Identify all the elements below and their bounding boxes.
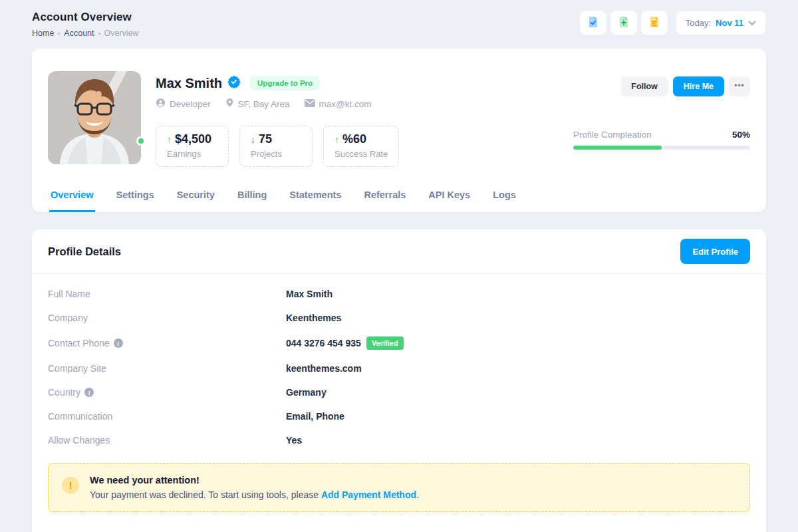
meta-email-label: max@kt.com [319,99,372,109]
progress-track [573,146,750,150]
attention-alert: ! We need your attention! Your payment w… [48,463,750,512]
profile-main: Max Smith Upgrade to Pro Developer SF, B… [141,71,573,167]
arrow-down-icon: ↓ [251,135,255,144]
meta-email[interactable]: max@kt.com [305,99,372,109]
arrow-up-icon: ↑ [167,135,172,144]
breadcrumb-separator-icon [58,33,60,35]
detail-value: Email, Phone [286,411,344,422]
alert-content: We need your attention! Your payment was… [90,475,419,500]
detail-row-company-site: Company Site keenthemes.com [48,356,750,380]
online-status-dot [136,136,146,146]
detail-row-full-name: Full Name Max Smith [48,282,750,306]
breadcrumb-overview: Overview [104,29,139,38]
detail-row-contact-phone: Contact Phone ! 044 3276 454 935 Verifie… [48,330,750,356]
page: Account Overview Home Account Overview [0,0,798,532]
breadcrumb-home[interactable]: Home [32,29,54,38]
detail-value: Keenthemes [286,313,341,323]
profile-details-card: Profile Details Edit Profile Full Name M… [32,229,766,532]
breadcrumb-account[interactable]: Account [64,29,94,38]
file-add-button[interactable] [610,11,637,35]
info-icon[interactable]: ! [84,388,94,397]
tab-logs[interactable]: Logs [491,187,517,212]
detail-label: Company Site [48,363,286,374]
envelope-icon [305,99,315,109]
meta-role[interactable]: Developer [156,98,211,110]
file-check-icon [587,15,600,31]
stat-success-rate-label: Success Rate [334,149,388,159]
stat-projects-label: Projects [251,149,301,159]
detail-value: 044 3276 454 935 Verified [286,336,404,350]
stats-row: ↑ $4,500 Earnings ↓ 75 Projects [156,126,573,167]
today-value: Nov 11 [716,18,743,28]
tab-billing[interactable]: Billing [236,187,268,212]
more-options-button[interactable]: ••• [729,76,750,96]
detail-row-allow-changes: Allow Changes Yes [48,428,750,452]
tab-api-keys[interactable]: API Keys [427,187,471,212]
meta-location-label: SF, Bay Area [238,99,290,109]
file-notes-button[interactable] [641,11,668,35]
detail-value: Max Smith [286,289,332,299]
topbar-left: Account Overview Home Account Overview [32,11,139,38]
map-pin-icon [225,98,234,110]
stat-success-rate: ↑ %60 Success Rate [323,126,399,167]
detail-label: Country ! [48,387,286,398]
profile-completion-percent: 50% [732,130,750,140]
info-icon[interactable]: ! [114,338,123,348]
verified-badge-icon [227,75,241,91]
details-body: Full Name Max Smith Company Keenthemes C… [32,274,766,452]
alert-body: Your payment was declined. To start usin… [90,489,419,500]
detail-label: Company [48,313,286,323]
date-selector[interactable]: Today: Nov 11 [676,11,766,35]
tab-referrals[interactable]: Referrals [362,187,407,212]
breadcrumb: Home Account Overview [32,29,139,38]
add-payment-method-link[interactable]: Add Payment Method [321,489,416,500]
details-title: Profile Details [48,245,121,258]
breadcrumb-separator-icon [98,33,100,35]
hire-me-button[interactable]: Hire Me [673,76,724,96]
detail-value: keenthemes.com [286,363,362,374]
detail-row-country: Country ! Germany [48,380,750,404]
detail-label: Contact Phone ! [48,338,286,348]
stat-earnings: ↑ $4,500 Earnings [156,126,229,167]
stat-success-rate-value: %60 [342,132,366,146]
stat-projects-value: 75 [259,132,272,146]
detail-value: Yes [286,435,302,446]
stat-projects: ↓ 75 Projects [239,126,313,167]
upgrade-to-pro-badge[interactable]: Upgrade to Pro [250,76,320,90]
profile-progress-fill [573,146,662,150]
profile-completion: Profile Compleation 50% [573,130,750,150]
arrow-up-icon: ↑ [334,135,339,144]
tab-statements[interactable]: Statements [288,187,342,212]
person-icon [156,98,166,110]
profile-side: Follow Hire Me ••• Profile Compleation 5… [573,71,750,167]
profile-card: Max Smith Upgrade to Pro Developer SF, B… [32,49,766,212]
stat-earnings-label: Earnings [167,149,217,159]
tab-settings[interactable]: Settings [115,187,156,212]
topbar-actions: Today: Nov 11 [580,11,766,35]
file-check-button[interactable] [580,11,606,35]
detail-value: Germany [286,387,327,398]
verified-status-badge: Verified [366,336,404,350]
page-title: Account Overview [32,11,139,24]
detail-label: Communication [48,411,286,422]
file-plus-icon [617,15,630,31]
meta-role-label: Developer [170,99,211,109]
detail-row-company: Company Keenthemes [48,306,750,330]
warning-icon: ! [62,477,79,494]
follow-button[interactable]: Follow [620,76,668,96]
chevron-down-icon [748,18,756,28]
today-label: Today: [686,18,711,28]
topbar: Account Overview Home Account Overview [32,11,766,38]
avatar [48,71,141,164]
detail-label: Allow Changes [48,435,286,446]
detail-row-communication: Communication Email, Phone [48,404,750,428]
tab-overview[interactable]: Overview [49,187,95,212]
detail-label: Full Name [48,289,286,299]
profile-completion-label: Profile Compleation [573,130,652,140]
stat-earnings-value: $4,500 [175,132,211,146]
edit-profile-button[interactable]: Edit Profile [680,239,750,264]
alert-title: We need your attention! [90,475,419,485]
tab-security[interactable]: Security [176,187,216,212]
profile-name[interactable]: Max Smith [156,76,222,91]
meta-location[interactable]: SF, Bay Area [225,98,290,110]
